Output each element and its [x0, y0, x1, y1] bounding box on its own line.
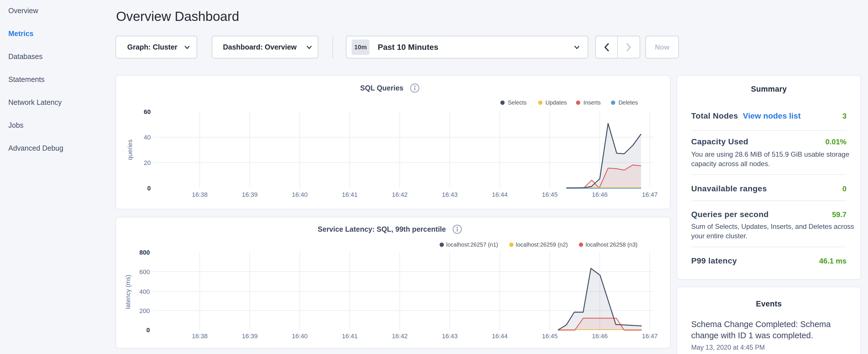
svg-text:16:44: 16:44 [492, 191, 507, 198]
svg-text:200: 200 [139, 307, 150, 315]
svg-text:16:39: 16:39 [242, 332, 258, 340]
svg-text:16:40: 16:40 [292, 191, 308, 198]
svg-text:600: 600 [139, 268, 150, 276]
svg-text:16:46: 16:46 [592, 332, 608, 340]
svg-text:0: 0 [147, 185, 151, 192]
svg-text:16:46: 16:46 [592, 191, 608, 198]
svg-text:16:43: 16:43 [442, 191, 458, 198]
svg-text:40: 40 [144, 134, 151, 141]
svg-text:60: 60 [144, 108, 151, 116]
svg-text:16:40: 16:40 [292, 332, 308, 340]
svg-text:20: 20 [144, 159, 151, 166]
svg-text:400: 400 [139, 288, 150, 295]
svg-text:16:41: 16:41 [342, 332, 358, 340]
svg-text:16:38: 16:38 [192, 191, 208, 198]
svg-text:16:41: 16:41 [342, 191, 358, 198]
svg-text:16:44: 16:44 [492, 332, 507, 340]
svg-text:16:45: 16:45 [542, 191, 558, 198]
svg-text:queries: queries [126, 139, 133, 160]
svg-text:0: 0 [147, 326, 150, 334]
svg-text:16:42: 16:42 [392, 191, 407, 198]
svg-text:latency (ms): latency (ms) [124, 275, 131, 309]
svg-text:16:47: 16:47 [642, 332, 658, 340]
svg-text:800: 800 [139, 249, 150, 256]
svg-text:16:42: 16:42 [392, 332, 407, 340]
svg-text:16:45: 16:45 [542, 332, 558, 340]
svg-text:16:47: 16:47 [642, 191, 658, 198]
svg-text:16:43: 16:43 [442, 332, 458, 340]
svg-text:16:38: 16:38 [192, 332, 208, 340]
svg-text:16:39: 16:39 [242, 191, 258, 198]
